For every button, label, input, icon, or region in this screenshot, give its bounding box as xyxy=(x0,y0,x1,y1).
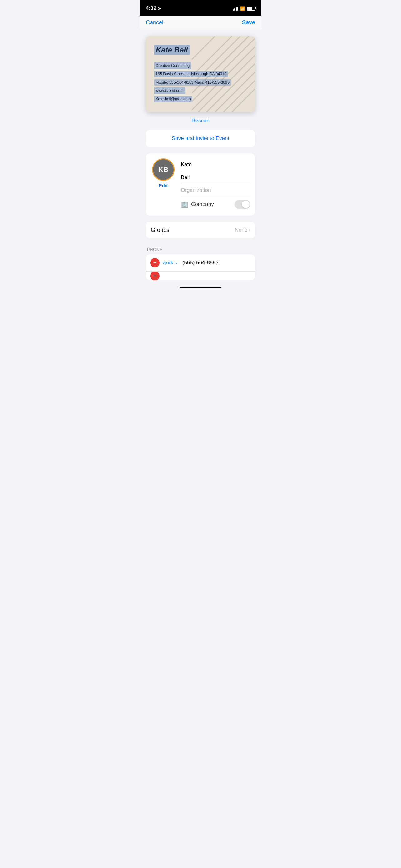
contact-form-inner: KB Edit 🏢 Company xyxy=(146,153,255,216)
status-time: 4:32 ➤ xyxy=(146,5,161,11)
last-name-field[interactable] xyxy=(181,171,250,184)
card-email: Kate-bell@mac.com xyxy=(154,96,192,102)
edit-button[interactable]: Edit xyxy=(159,183,168,188)
building-icon: 🏢 xyxy=(181,200,189,208)
groups-none-value: None xyxy=(235,227,248,233)
phone-section-header: PHONE xyxy=(146,245,255,254)
card-section: Kate Bell Creative Consulting 165 Davis … xyxy=(140,30,261,130)
company-row: 🏢 Company xyxy=(181,196,250,211)
time-display: 4:32 xyxy=(146,5,157,11)
card-website: www.icloud.com xyxy=(154,88,185,94)
phone-type-label: work xyxy=(163,260,173,266)
table-row: − work ⌄ xyxy=(146,254,255,272)
signal-bar-3 xyxy=(236,7,237,11)
avatar-section: KB Edit xyxy=(151,158,176,188)
groups-label: Groups xyxy=(151,227,169,234)
remove-phone-button[interactable]: − xyxy=(150,258,160,268)
card-name: Kate Bell xyxy=(154,45,190,55)
signal-bars-icon xyxy=(233,6,238,11)
signal-bar-1 xyxy=(233,9,234,11)
company-label: Company xyxy=(191,201,214,208)
card-company: Creative Consulting xyxy=(154,62,191,69)
home-bar xyxy=(179,286,222,288)
home-indicator xyxy=(140,283,261,290)
card-phone: Mobile: 555-564-8583 Main: 415-555-3695 xyxy=(154,80,231,86)
card-content: Kate Bell Creative Consulting 165 Davis … xyxy=(154,45,247,103)
phone-number-field[interactable] xyxy=(182,255,255,270)
save-button[interactable]: Save xyxy=(242,19,255,26)
phone-section: PHONE − work ⌄ − xyxy=(146,245,255,280)
cancel-button[interactable]: Cancel xyxy=(146,19,163,26)
phone-type-chevron-icon[interactable]: ⌄ xyxy=(175,260,178,265)
wifi-icon: 📶 xyxy=(240,6,245,11)
avatar: KB xyxy=(152,158,175,181)
action-section: Save and Invite to Event xyxy=(140,130,261,153)
battery-icon xyxy=(247,6,255,11)
first-name-field[interactable] xyxy=(181,158,250,171)
signal-bar-2 xyxy=(234,8,235,11)
phone-row-2-partial: − xyxy=(146,272,255,280)
company-toggle[interactable] xyxy=(235,200,250,209)
fields-section: 🏢 Company xyxy=(181,158,250,211)
battery-fill xyxy=(248,7,252,10)
location-icon: ➤ xyxy=(158,6,161,11)
remove-phone-2-button[interactable]: − xyxy=(150,272,160,280)
status-bar: 4:32 ➤ 📶 xyxy=(140,0,261,16)
chevron-right-icon: › xyxy=(248,227,250,232)
organization-field[interactable] xyxy=(181,184,250,196)
toggle-knob xyxy=(242,200,249,208)
nav-bar: Cancel Save xyxy=(140,16,261,30)
contact-form: KB Edit 🏢 Company xyxy=(146,153,255,216)
status-icons: 📶 xyxy=(233,6,255,11)
card-details: Creative Consulting 165 Davis Street, Hi… xyxy=(154,62,247,103)
signal-bar-4 xyxy=(237,6,238,11)
company-label-row: 🏢 Company xyxy=(181,200,214,208)
rescan-button[interactable]: Rescan xyxy=(146,112,255,130)
avatar-initials: KB xyxy=(158,165,168,174)
groups-value: None › xyxy=(235,227,250,233)
phone-rows: − work ⌄ xyxy=(146,254,255,272)
card-address: 165 Davis Street, Hillsborough CA 94010 xyxy=(154,71,228,78)
save-invite-button[interactable]: Save and Invite to Event xyxy=(146,130,255,147)
business-card: Kate Bell Creative Consulting 165 Davis … xyxy=(146,36,255,112)
groups-row[interactable]: Groups None › xyxy=(146,222,255,239)
